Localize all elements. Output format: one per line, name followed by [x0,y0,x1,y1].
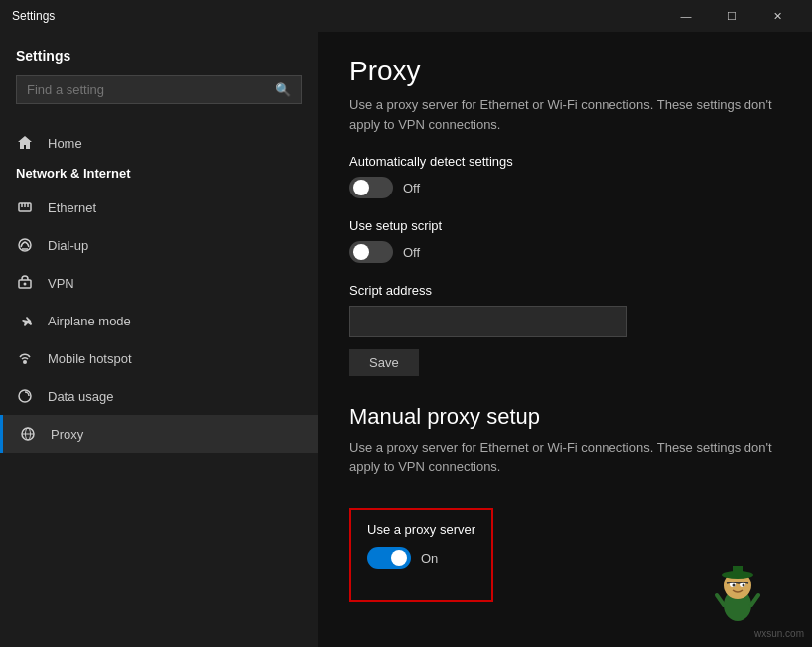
setup-script-toggle[interactable] [349,241,393,263]
window-title: Settings [12,9,663,23]
mascot-image [703,558,772,627]
proxy-icon [19,425,37,443]
proxy-server-label: Use a proxy server [367,522,475,537]
data-icon [16,387,34,405]
svg-point-18 [733,584,736,587]
auto-detect-toggle-row: Off [349,177,780,198]
sidebar: Settings 🔍 Home Network & Internet [0,32,318,647]
vpn-icon [16,274,34,292]
proxy-server-toggle[interactable] [367,547,411,569]
sidebar-section-label: Network & Internet [0,162,318,189]
sidebar-item-home-label: Home [48,136,82,151]
airplane-icon [16,312,34,329]
setup-script-state: Off [403,245,420,260]
ethernet-icon [16,198,34,216]
sidebar-item-hotspot[interactable]: Mobile hotspot [0,339,318,377]
auto-detect-label: Automatically detect settings [349,154,780,169]
hotspot-icon [16,349,34,367]
auto-section-description: Use a proxy server for Ethernet or Wi-Fi… [349,95,780,134]
search-icon: 🔍 [275,82,291,97]
svg-point-7 [24,283,27,286]
svg-rect-15 [733,566,743,576]
svg-point-19 [743,584,745,587]
sidebar-item-data[interactable]: Data usage [0,377,318,415]
home-icon [16,134,34,152]
sidebar-item-dialup[interactable]: Dial-up [0,226,318,264]
auto-detect-toggle[interactable] [349,177,393,198]
script-address-label: Script address [349,283,780,298]
sidebar-item-vpn[interactable]: VPN [0,264,318,302]
sidebar-header: Settings 🔍 [0,32,318,124]
proxy-server-box: Use a proxy server On [349,508,493,602]
script-address-input[interactable] [349,306,627,337]
manual-section-description: Use a proxy server for Ethernet or Wi-Fi… [349,438,780,476]
sidebar-item-vpn-label: VPN [48,276,74,291]
proxy-server-thumb [391,550,407,566]
window-controls: — ☐ ✕ [663,0,800,32]
page-title: Proxy [349,56,780,87]
proxy-server-state: On [421,551,438,566]
setup-script-label: Use setup script [349,218,780,233]
sidebar-item-ethernet[interactable]: Ethernet [0,189,318,226]
manual-proxy-title: Manual proxy setup [349,404,780,430]
settings-window: Settings — ☐ ✕ Settings 🔍 [0,0,812,647]
sidebar-item-home[interactable]: Home [0,124,318,162]
dialup-icon [16,236,34,254]
sidebar-item-airplane-label: Airplane mode [48,314,131,328]
save-button[interactable]: Save [349,349,419,376]
sidebar-item-proxy-label: Proxy [51,427,83,442]
proxy-server-toggle-row: On [367,547,475,569]
svg-line-21 [751,595,758,605]
close-button[interactable]: ✕ [754,0,800,32]
titlebar: Settings — ☐ ✕ [0,0,812,32]
minimize-button[interactable]: — [663,0,709,32]
sidebar-item-hotspot-label: Mobile hotspot [48,351,132,366]
setup-script-thumb [353,244,369,260]
sidebar-item-dialup-label: Dial-up [48,238,88,253]
maximize-button[interactable]: ☐ [709,0,754,32]
svg-line-20 [717,595,724,605]
main-content: Proxy Use a proxy server for Ethernet or… [318,32,812,647]
search-box[interactable]: 🔍 [16,75,302,104]
setup-script-toggle-row: Off [349,241,780,263]
sidebar-title: Settings [16,48,302,64]
sidebar-item-data-label: Data usage [48,389,114,404]
sidebar-item-proxy[interactable]: Proxy [0,415,318,453]
auto-detect-thumb [353,180,369,195]
sidebar-item-airplane[interactable]: Airplane mode [0,302,318,339]
sidebar-item-ethernet-label: Ethernet [48,200,96,215]
watermark: wxsun.com [754,628,804,639]
content-area: Settings 🔍 Home Network & Internet [0,32,812,647]
auto-detect-state: Off [403,181,420,195]
search-input[interactable] [27,82,275,97]
